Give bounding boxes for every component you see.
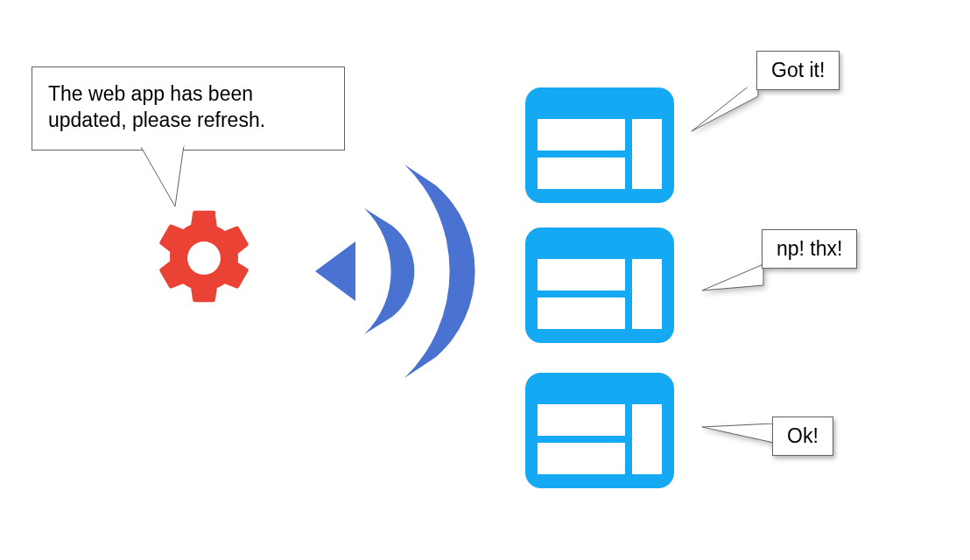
speech-tail [702, 254, 765, 298]
svg-marker-0 [140, 145, 184, 206]
svg-rect-13 [632, 404, 662, 474]
svg-rect-4 [538, 158, 625, 189]
reply-text: Got it! [771, 59, 825, 81]
speech-tail [692, 88, 762, 140]
svg-rect-1 [140, 145, 184, 147]
svg-rect-12 [538, 443, 625, 474]
browser-window-icon [525, 228, 674, 343]
diagram-stage: The web app has been updated, please ref… [0, 0, 970, 560]
reply-bubble-np-thx: np! thx! [762, 229, 857, 269]
svg-rect-3 [538, 119, 625, 150]
reply-text: np! thx! [777, 237, 842, 260]
reply-bubble-ok: Ok! [772, 416, 833, 456]
speech-tail [702, 424, 776, 467]
reply-text: Ok! [787, 424, 819, 447]
gear-icon [147, 201, 261, 315]
svg-marker-14 [692, 88, 758, 131]
svg-rect-5 [632, 119, 662, 189]
svg-rect-11 [538, 404, 625, 436]
broadcast-icon [306, 145, 499, 397]
svg-rect-9 [632, 259, 662, 329]
svg-rect-7 [538, 259, 625, 290]
browser-window-icon [525, 88, 674, 203]
reply-bubble-got-it: Got it! [756, 51, 840, 90]
svg-rect-8 [538, 298, 625, 329]
svg-marker-15 [702, 264, 763, 290]
gear-speech-text: The web app has been updated, please ref… [48, 82, 265, 131]
browser-window-icon [525, 373, 674, 488]
gear-speech-bubble: The web app has been updated, please ref… [32, 66, 345, 150]
svg-marker-16 [702, 424, 774, 443]
